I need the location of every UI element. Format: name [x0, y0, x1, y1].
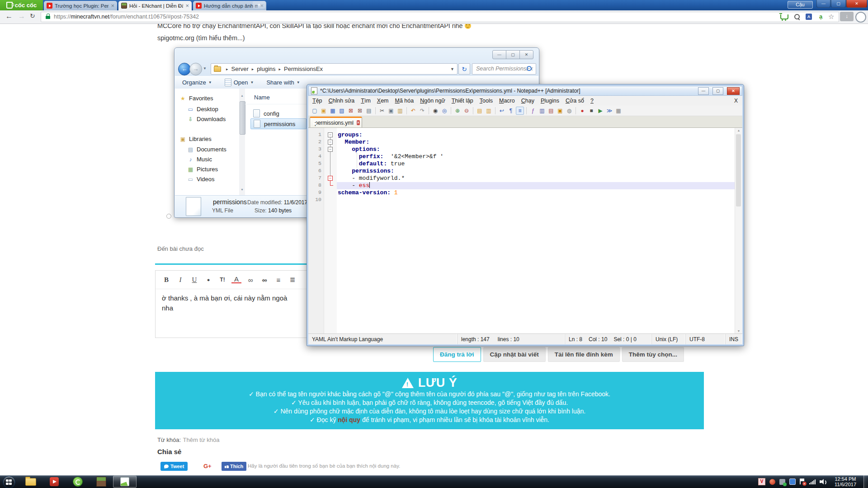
run-macro-multiple-icon[interactable]: ≫ — [605, 107, 613, 115]
editor-scrollbar[interactable]: ▲ ▼ — [735, 128, 742, 333]
volume-icon[interactable] — [820, 479, 826, 484]
update-post-button[interactable]: Cập nhật bài viết — [483, 347, 546, 362]
new-tab-button[interactable]: + — [253, 1, 265, 9]
taskbar-notepadpp-button[interactable] — [113, 476, 137, 488]
scroll-down-icon[interactable]: ▼ — [735, 329, 742, 333]
post-reply-button[interactable]: Đăng trả lời — [433, 347, 481, 362]
tab-close-icon[interactable]: × — [111, 4, 114, 8]
fold-marker[interactable]: − — [328, 140, 333, 145]
open-file-icon[interactable]: ▣ — [320, 107, 328, 115]
scroll-up-icon[interactable]: ▲ — [735, 129, 742, 132]
sidebar-item-documents[interactable]: ▤Documents — [187, 146, 226, 153]
taskbar-coccoc-button[interactable] — [66, 476, 90, 488]
unlink-icon[interactable]: ∞ — [259, 276, 269, 284]
list-icon[interactable]: ≣ — [288, 276, 297, 284]
coccoc-logo[interactable]: cốc cốc — [0, 0, 43, 10]
sidebar-item-music[interactable]: ♪Music — [187, 156, 212, 163]
print-icon[interactable]: ▤ — [365, 107, 373, 115]
save-icon[interactable]: ▦ — [329, 107, 337, 115]
sidebar-item-pictures[interactable]: ▦Pictures — [187, 166, 218, 173]
menu-close-icon[interactable]: X — [734, 98, 742, 104]
open-button[interactable]: Open▼ — [225, 79, 254, 86]
function-list-icon[interactable]: ƒ — [529, 107, 537, 115]
https-padlock-icon[interactable] — [46, 16, 50, 19]
doc-map-icon[interactable]: ▥ — [538, 107, 546, 115]
taskbar-clock[interactable]: 12:54 PM 11/6/2017 — [828, 476, 863, 487]
network-signal-icon[interactable] — [809, 479, 816, 484]
underline-icon[interactable]: U — [189, 276, 199, 284]
address-bar[interactable]: https://minecraftvn.net/forum/enchant.t1… — [41, 12, 839, 22]
stop-macro-icon[interactable]: ■ — [587, 107, 595, 115]
bold-icon[interactable]: B — [161, 276, 171, 284]
unread-link[interactable]: Đến bài chưa đọc — [157, 245, 204, 252]
browser-tab[interactable]: Trường học Plugin: Permis× — [44, 1, 117, 10]
zoom-in-icon[interactable]: ⊕ — [453, 107, 462, 115]
google-plus-button[interactable]: G+ — [203, 463, 212, 469]
forward-icon[interactable]: → — [18, 12, 25, 20]
minimize-button[interactable]: — — [816, 0, 830, 8]
new-file-icon[interactable]: ▢ — [311, 107, 319, 115]
word-wrap-icon[interactable]: ↩ — [498, 107, 506, 115]
save-macro-icon[interactable]: ▦ — [614, 107, 623, 115]
redo-icon[interactable]: ↷ — [418, 107, 426, 115]
tab-permissions-yml[interactable]: permissions.yml ✕ — [310, 117, 362, 127]
menu-item[interactable]: Tệp — [309, 97, 326, 105]
close-button[interactable]: ✕ — [846, 0, 867, 8]
show-desktop-button[interactable] — [863, 475, 868, 488]
sidebar-item-desktop[interactable]: ▭Desktop — [187, 106, 218, 113]
start-button[interactable] — [3, 476, 15, 488]
post-text-line2[interactable]: spigotmc.org (tìm hiểu thêm...) — [157, 34, 245, 42]
sidebar-scrollbar[interactable]: ▲ ▼ — [239, 89, 245, 196]
share-with-menu[interactable]: Share with▼ — [266, 79, 300, 86]
input-method-tray-icon[interactable] — [789, 479, 796, 485]
fold-marker[interactable]: − — [328, 147, 333, 152]
sync-vertical-icon[interactable]: ▤ — [476, 107, 484, 115]
menu-item[interactable]: Chỉnh sửa — [326, 97, 358, 105]
zoom-icon[interactable] — [794, 14, 800, 19]
tab-close-icon[interactable]: × — [185, 4, 189, 8]
menu-item[interactable]: Cửa sổ — [562, 97, 587, 105]
browser-tab[interactable]: Hỏi - ENchant | Diễn Đàn M× — [118, 1, 192, 10]
cut-icon[interactable]: ✂ — [378, 107, 386, 115]
close-all-icon[interactable]: ⊠ — [356, 107, 364, 115]
fold-marker[interactable]: − — [328, 132, 333, 137]
save-all-icon[interactable]: ▧ — [338, 107, 346, 115]
refresh-icon[interactable]: ↻ — [30, 12, 35, 19]
scroll-down-icon[interactable]: ▼ — [239, 188, 245, 191]
link-icon[interactable]: ∞ — [245, 276, 255, 284]
file-row-config[interactable]: config — [250, 108, 306, 118]
history-dropdown-icon[interactable]: ▼ — [203, 66, 207, 70]
close-button[interactable]: ✕ — [727, 87, 740, 95]
indent-guide-icon[interactable]: ≡ — [516, 107, 524, 115]
facebook-like-button[interactable]: Thích — [222, 462, 246, 471]
menu-item[interactable]: Ngôn ngữ — [417, 97, 448, 105]
replace-icon[interactable]: ◎ — [440, 107, 448, 115]
fold-marker-modified[interactable]: − — [328, 176, 333, 181]
forward-button[interactable]: → — [189, 63, 202, 75]
more-options-button[interactable]: Thêm tùy chọn... — [622, 347, 684, 362]
organize-menu[interactable]: Organize▼ — [182, 79, 212, 86]
editor-area[interactable]: 12345678910 − − − − groups: Member: opti… — [308, 128, 742, 333]
copy-icon[interactable]: ▣ — [387, 107, 395, 115]
file-row-permissions[interactable]: permissions — [250, 118, 307, 129]
minimize-button[interactable]: — — [698, 87, 709, 95]
menu-item[interactable]: Plugins — [538, 97, 562, 105]
doc-list-icon[interactable]: ▤ — [547, 107, 555, 115]
breadcrumb-item-server[interactable]: Server — [231, 66, 249, 72]
bookmark-star-icon[interactable]: ☆ — [828, 13, 834, 21]
translate-icon[interactable]: A — [806, 14, 812, 20]
minimize-button[interactable]: — — [492, 50, 506, 59]
refresh-button[interactable]: ↻ — [458, 63, 470, 75]
record-macro-icon[interactable]: ● — [578, 107, 586, 115]
sidebar-item-downloads[interactable]: ⇩Downloads — [187, 116, 226, 122]
back-icon[interactable]: ← — [5, 12, 13, 20]
menu-item[interactable]: Tìm — [358, 97, 374, 105]
code-text[interactable]: groups: Member: options: perfix: '&2<Mem… — [337, 131, 735, 204]
add-keywords-link[interactable]: Thêm từ khóa — [183, 436, 220, 443]
antivirus-tray-icon[interactable] — [769, 479, 775, 485]
sync-horizontal-icon[interactable]: ▥ — [485, 107, 493, 115]
tweet-button[interactable]: Tweet — [160, 462, 188, 471]
maximize-button[interactable]: ▢ — [831, 0, 846, 8]
sidebar-item-videos[interactable]: ▭Videos — [187, 176, 215, 183]
notepadpp-titlebar[interactable]: *C:\Users\Administrator\Desktop\Server\p… — [308, 86, 742, 96]
